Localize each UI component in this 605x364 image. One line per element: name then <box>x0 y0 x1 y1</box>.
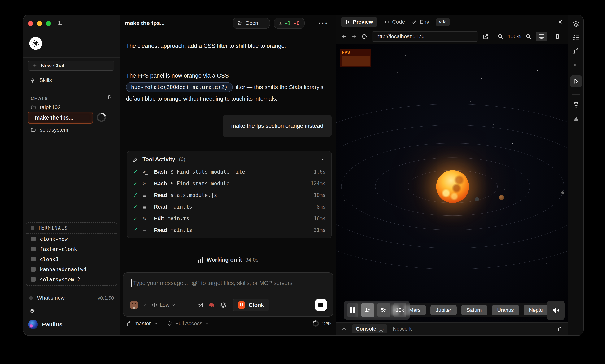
terminal-square-icon <box>31 226 34 230</box>
access-mode[interactable]: Full Access <box>175 320 203 326</box>
planet-button[interactable]: Saturn <box>461 305 487 315</box>
folder-icon <box>31 105 36 110</box>
refresh-icon[interactable] <box>361 33 367 39</box>
whats-new-row[interactable]: What's new v0.1.50 <box>29 295 114 301</box>
play-panel-button[interactable] <box>570 75 582 88</box>
speed-button[interactable]: 10x <box>393 303 406 317</box>
mobile-view-button[interactable] <box>551 31 563 41</box>
chat-panel: make the fps... Open ± +1 -0 ··· The cle… <box>120 15 336 335</box>
chevron-down-icon[interactable] <box>154 322 158 325</box>
forward-icon[interactable] <box>351 33 357 39</box>
username: Paulius <box>42 321 63 328</box>
agent-selector-button[interactable]: Clonk <box>233 299 269 311</box>
terminal-list-item[interactable]: kanbanadonaoiwd <box>26 264 117 274</box>
bug-report-icon[interactable] <box>29 308 36 314</box>
sidebar-item-chat-active[interactable]: make the fps... <box>28 112 93 124</box>
new-folder-icon[interactable] <box>108 94 114 100</box>
tool-activity-row[interactable]: ✓ Bash $ Find stats module file 1.6s <box>127 166 331 178</box>
terminal-square-icon <box>31 247 36 251</box>
terminal-list-item[interactable]: clonk3 <box>26 254 117 264</box>
planet-button[interactable]: Neptu <box>524 305 548 315</box>
phone-icon <box>554 34 560 39</box>
planet-button[interactable]: Uranus <box>492 305 519 315</box>
layers-icon[interactable] <box>573 20 579 27</box>
branch-name[interactable]: master <box>134 320 151 326</box>
chevron-up-icon[interactable] <box>341 326 347 332</box>
stop-button[interactable] <box>315 299 327 311</box>
fps-stats-panel[interactable]: FPS <box>340 49 371 67</box>
clear-console-icon[interactable] <box>557 326 563 332</box>
preview-viewport[interactable]: FPS n Mars Jupiter Saturn Uranus Neptu <box>336 44 568 322</box>
terminal-icon[interactable] <box>573 62 579 68</box>
terminal-icon <box>143 181 151 186</box>
sidebar-toggle-icon[interactable] <box>57 20 63 26</box>
new-chat-button[interactable]: New Chat <box>28 61 114 71</box>
database-icon[interactable] <box>573 102 579 108</box>
terminal-list-item[interactable]: clonk-new <box>26 234 117 244</box>
sidebar-item-skills[interactable]: Skills <box>30 77 52 83</box>
tool-activity-header[interactable]: Tool Activity (6) <box>127 151 331 166</box>
speed-button[interactable]: 5x <box>377 303 390 317</box>
tab-code[interactable]: Code <box>384 19 405 25</box>
speed-button[interactable]: 1x <box>361 303 374 317</box>
folder-icon <box>31 127 36 132</box>
terminal-square-icon <box>31 277 36 282</box>
effort-value: Low <box>160 302 169 308</box>
url-input[interactable]: http://localhost:5176 <box>371 31 478 42</box>
triangle-icon[interactable] <box>573 115 579 122</box>
terminal-list-item[interactable]: faster-clonk <box>26 244 117 254</box>
fps-graph <box>342 56 370 66</box>
git-branch-icon[interactable] <box>573 48 579 55</box>
planet-button[interactable]: Jupiter <box>430 305 457 315</box>
tool-activity-row[interactable]: ✓ Read main.ts 8ms <box>127 201 331 213</box>
pause-button[interactable] <box>347 303 358 317</box>
invader-icon[interactable] <box>208 302 215 308</box>
open-project-button[interactable]: Open <box>233 18 270 29</box>
planet <box>561 191 564 194</box>
tool-name: Bash <box>154 181 167 187</box>
tool-activity-row[interactable]: ✓ Read main.ts 31ms <box>127 224 331 236</box>
tab-preview[interactable]: Preview <box>341 17 377 27</box>
model-avatar-icon[interactable] <box>130 301 138 309</box>
tab-console[interactable]: Console (1) <box>352 325 387 333</box>
volume-button[interactable] <box>547 301 565 320</box>
message-composer[interactable]: Type your message... "@" to target files… <box>123 272 333 317</box>
zoom-out-icon[interactable] <box>497 33 503 39</box>
diff-stats-badge[interactable]: ± +1 -0 <box>274 18 305 29</box>
tool-activity-row[interactable]: ✓ Bash $ Find stats module 124ms <box>127 178 331 189</box>
sidebar-item-chat[interactable]: ralph102 <box>31 104 61 110</box>
tool-activity-row[interactable]: ✓ Edit main.ts 16ms <box>127 213 331 224</box>
diff-deletions: -0 <box>293 20 300 26</box>
more-options-icon[interactable]: ··· <box>318 19 328 27</box>
tab-network[interactable]: Network <box>393 326 412 332</box>
terminal-list-item[interactable]: solarsystem 2 <box>26 274 117 284</box>
right-icon-rail <box>568 15 584 335</box>
back-icon[interactable] <box>341 33 347 39</box>
message-text: The FPS panel is now orange via a CSS <box>126 72 229 79</box>
maximize-window-button[interactable] <box>46 21 51 26</box>
close-preview-icon[interactable] <box>557 19 563 25</box>
chevron-down-icon <box>261 21 265 25</box>
browser-toolbar: http://localhost:5176 100% <box>336 29 568 44</box>
user-account-row[interactable]: Paulius <box>28 320 63 329</box>
assistant-message: The FPS panel is now orange via a CSS hu… <box>126 70 330 104</box>
composer-input[interactable]: Type your message... "@" to target files… <box>123 273 333 287</box>
tab-env[interactable]: Env <box>412 19 429 25</box>
tool-activity-row[interactable]: ✓ Read stats.module.js 10ms <box>127 189 331 201</box>
close-window-button[interactable] <box>28 21 33 26</box>
checklist-icon[interactable] <box>573 34 579 41</box>
sidebar-item-chat[interactable]: solarsystem <box>31 127 68 133</box>
add-attachment-icon[interactable] <box>186 302 192 308</box>
desktop-view-button[interactable] <box>536 31 548 41</box>
chevron-up-icon[interactable] <box>321 157 326 162</box>
effort-selector[interactable]: Low <box>152 302 176 308</box>
image-icon[interactable] <box>197 302 204 308</box>
chevron-down-icon[interactable] <box>205 322 209 325</box>
minimize-window-button[interactable] <box>37 21 42 26</box>
layers-icon[interactable] <box>220 302 226 308</box>
planet <box>475 197 479 201</box>
chevron-down-icon[interactable] <box>143 303 147 307</box>
zoom-in-icon[interactable] <box>525 33 531 39</box>
folder-open-icon <box>237 20 243 26</box>
open-external-icon[interactable] <box>483 33 489 39</box>
